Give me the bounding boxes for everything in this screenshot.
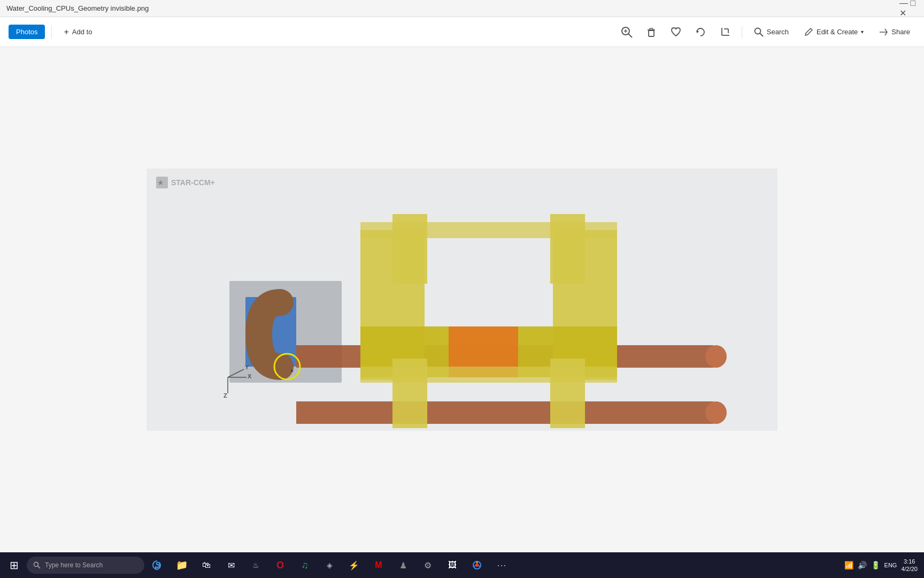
close-button[interactable]: — □ ✕ xyxy=(899,0,924,17)
toolbar-divider-right xyxy=(742,26,742,39)
photos-nav-button[interactable]: Photos xyxy=(9,25,45,39)
taskbar-app2[interactable]: M xyxy=(367,553,390,577)
battery-icon[interactable]: 🔋 xyxy=(871,561,880,569)
svg-rect-29 xyxy=(360,367,617,383)
svg-point-46 xyxy=(475,564,479,567)
share-button[interactable]: Share xyxy=(873,23,915,41)
taskbar-photos[interactable]: 🖼 xyxy=(441,553,464,577)
svg-point-31 xyxy=(705,401,727,424)
taskbar-opera[interactable]: O xyxy=(268,553,292,577)
heart-icon xyxy=(670,26,682,38)
edit-icon xyxy=(804,27,813,37)
svg-line-48 xyxy=(479,566,480,567)
crop-button[interactable] xyxy=(715,22,735,42)
system-clock[interactable]: 3:16 4/2/20 xyxy=(901,558,918,573)
taskbar-search[interactable]: Type here to Search xyxy=(27,557,144,574)
svg-rect-4 xyxy=(649,31,654,36)
toolbar: Photos + Add to xyxy=(0,17,924,47)
svg-point-43 xyxy=(34,562,38,567)
system-tray: 📶 🔊 🔋 ENG 3:16 4/2/20 xyxy=(844,558,922,573)
svg-text:X: X xyxy=(248,373,252,379)
svg-point-12 xyxy=(754,28,760,34)
svg-line-1 xyxy=(628,34,632,37)
rotate-icon xyxy=(695,26,706,38)
svg-text:★: ★ xyxy=(157,178,164,187)
main-content: Y X Z ★ STAR-CCM+ xyxy=(0,47,924,552)
svg-line-44 xyxy=(38,566,41,569)
rotate-button[interactable] xyxy=(690,22,711,42)
image-viewer: Y X Z ★ STAR-CCM+ xyxy=(147,169,777,431)
svg-rect-6 xyxy=(650,28,653,30)
taskbar-explorer[interactable]: 📁 xyxy=(170,553,194,577)
language-indicator: ENG xyxy=(884,562,897,568)
svg-rect-28 xyxy=(360,222,617,238)
svg-line-13 xyxy=(760,33,763,36)
plus-icon: + xyxy=(64,27,68,37)
toolbar-divider xyxy=(51,26,52,39)
svg-text:Y: Y xyxy=(245,364,249,370)
taskbar-app1[interactable]: ⚡ xyxy=(342,553,366,577)
svg-rect-19 xyxy=(296,401,713,424)
edge-icon xyxy=(151,559,163,571)
taskbar-chrome[interactable] xyxy=(465,553,489,577)
taskbar-edge[interactable] xyxy=(145,553,169,577)
taskbar-app3[interactable]: ♟ xyxy=(391,553,415,577)
taskbar-mail[interactable]: ✉ xyxy=(219,553,243,577)
taskbar-store[interactable]: 🛍 xyxy=(195,553,218,577)
share-icon xyxy=(879,27,888,37)
taskbar-app4[interactable]: ⚙ xyxy=(416,553,440,577)
volume-icon[interactable]: 🔊 xyxy=(858,561,867,569)
cad-image: Y X Z ★ STAR-CCM+ xyxy=(147,169,777,431)
network-icon[interactable]: 📶 xyxy=(844,561,853,569)
taskbar-misc[interactable]: ⋯ xyxy=(490,553,513,577)
svg-point-30 xyxy=(705,345,727,368)
title-bar: Water_Cooling_CPUs_Geometry invisible.pn… xyxy=(0,0,924,17)
svg-line-49 xyxy=(474,566,475,567)
clock-time: 3:16 xyxy=(901,558,918,565)
taskbar-epic[interactable]: ◈ xyxy=(318,553,341,577)
taskbar-spotify[interactable]: ♫ xyxy=(293,553,317,577)
zoom-button[interactable] xyxy=(617,22,637,42)
edit-create-button[interactable]: Edit & Create ▾ xyxy=(798,23,869,41)
search-button[interactable]: Search xyxy=(749,23,794,41)
crop-icon xyxy=(719,26,731,38)
add-to-button[interactable]: + Add to xyxy=(58,23,97,41)
taskbar-search-icon xyxy=(33,561,41,569)
delete-button[interactable] xyxy=(641,22,661,42)
delete-icon xyxy=(645,26,657,38)
svg-text:STAR-CCM+: STAR-CCM+ xyxy=(171,178,215,187)
search-icon xyxy=(754,27,764,37)
svg-text:Z: Z xyxy=(224,392,227,399)
taskbar-search-text: Type here to Search xyxy=(45,561,103,569)
window-title: Water_Cooling_CPUs_Geometry invisible.pn… xyxy=(6,4,899,12)
clock-date: 4/2/20 xyxy=(901,565,918,573)
zoom-icon xyxy=(621,26,633,38)
cad-svg: Y X Z ★ STAR-CCM+ xyxy=(147,169,777,431)
chevron-down-icon: ▾ xyxy=(861,29,864,35)
svg-marker-7 xyxy=(697,30,699,33)
favorite-button[interactable] xyxy=(666,22,686,42)
taskbar-steam[interactable]: ♨ xyxy=(244,553,267,577)
taskbar: ⊞ Type here to Search 📁 🛍 ✉ ♨ O ♫ ◈ ⚡ M … xyxy=(0,552,924,578)
chrome-icon xyxy=(471,559,483,571)
task-view-button[interactable]: ⊞ xyxy=(2,553,26,577)
